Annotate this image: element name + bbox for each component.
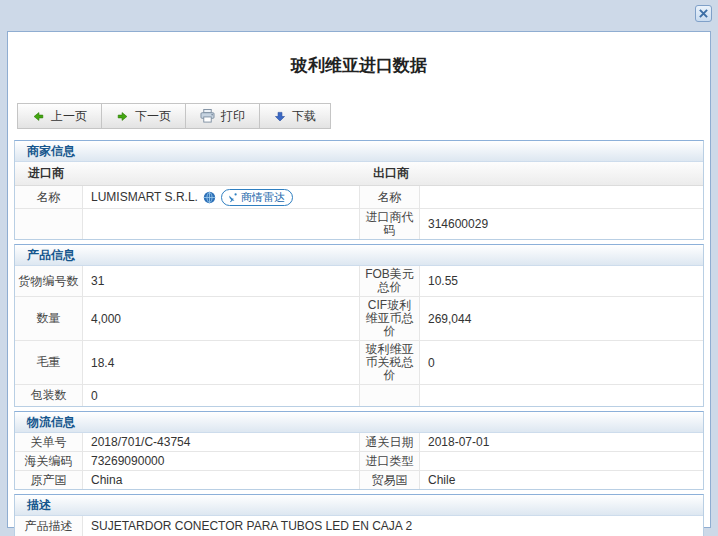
importer-name-value: LUMISMART S.R.L. <box>91 190 198 204</box>
gross-weight-value: 18.4 <box>83 341 360 384</box>
origin-country-label: 原产国 <box>15 471 83 489</box>
prev-page-label: 上一页 <box>51 108 87 125</box>
section-description: 描述 产品描述 SUJETARDOR CONECTOR PARA TUBOS L… <box>14 494 704 536</box>
import-type-value <box>420 452 703 470</box>
table-row: 数量 4,000 CIF玻利维亚币总价 269,044 <box>15 297 703 341</box>
tariff-total-label: 玻利维亚币关税总价 <box>360 341 420 384</box>
table-row: 货物编号数 31 FOB美元总价 10.55 <box>15 266 703 297</box>
exporter-name-label: 名称 <box>360 186 420 208</box>
cif-total-label: CIF玻利维亚币总价 <box>360 297 420 340</box>
table-row: 原产国 China 贸易国 Chile <box>15 471 703 489</box>
clearance-date-label: 通关日期 <box>360 433 420 451</box>
hs-code-label: 海关编码 <box>15 452 83 470</box>
arrow-down-icon <box>274 110 286 123</box>
table-row: 毛重 18.4 玻利维亚币关税总价 0 <box>15 341 703 385</box>
table-row: 进口商代码 314600029 <box>15 209 703 239</box>
detail-panel: 玻利维亚进口数据 上一页 下一页 <box>7 31 711 528</box>
section-logistics: 物流信息 关单号 2018/701/C-43754 通关日期 2018-07-0… <box>14 411 704 490</box>
fob-usd-value: 10.55 <box>420 266 703 296</box>
empty-label <box>15 209 83 239</box>
table-row: 包装数 0 <box>15 385 703 406</box>
next-page-button[interactable]: 下一页 <box>101 103 186 129</box>
merchant-section-header: 商家信息 <box>15 141 703 162</box>
business-radar-badge[interactable]: 商情雷达 <box>221 189 293 206</box>
hs-code-value: 73269090000 <box>83 452 360 470</box>
product-table: 货物编号数 31 FOB美元总价 10.55 数量 4,000 CIF玻利维亚币… <box>15 266 703 406</box>
product-description-value: SUJETARDOR CONECTOR PARA TUBOS LED EN CA… <box>83 516 703 536</box>
gross-weight-label: 毛重 <box>15 341 83 384</box>
importer-code-label: 进口商代码 <box>360 209 420 239</box>
clearance-date-value: 2018-07-01 <box>420 433 703 451</box>
package-count-value: 0 <box>83 385 360 406</box>
section-merchant: 商家信息 进口商 出口商 名称 LUMISMART S.R.L. <box>14 140 704 240</box>
importer-subheader: 进口商 <box>15 162 360 185</box>
tariff-total-value: 0 <box>420 341 703 384</box>
empty-value <box>420 385 703 406</box>
arrow-right-icon <box>116 110 129 123</box>
dialog-frame: 玻利维亚进口数据 上一页 下一页 <box>0 0 718 536</box>
radar-icon <box>227 192 238 203</box>
toolbar: 上一页 下一页 打印 <box>17 103 704 129</box>
customs-doc-label: 关单号 <box>15 433 83 451</box>
download-label: 下载 <box>292 108 316 125</box>
quantity-value: 4,000 <box>83 297 360 340</box>
cargo-count-label: 货物编号数 <box>15 266 83 296</box>
trade-country-value: Chile <box>420 471 703 489</box>
table-row: 关单号 2018/701/C-43754 通关日期 2018-07-01 <box>15 433 703 452</box>
fob-usd-label: FOB美元总价 <box>360 266 420 296</box>
cif-total-value: 269,044 <box>420 297 703 340</box>
import-type-label: 进口类型 <box>360 452 420 470</box>
importer-name-label: 名称 <box>15 186 83 208</box>
origin-country-value: China <box>83 471 360 489</box>
importer-code-value: 314600029 <box>420 209 703 239</box>
logistics-table: 关单号 2018/701/C-43754 通关日期 2018-07-01 海关编… <box>15 433 703 489</box>
close-icon <box>699 9 708 18</box>
cargo-count-value: 31 <box>83 266 360 296</box>
next-page-label: 下一页 <box>135 108 171 125</box>
prev-page-button[interactable]: 上一页 <box>17 103 102 129</box>
customs-doc-value: 2018/701/C-43754 <box>83 433 360 451</box>
description-section-header: 描述 <box>15 495 703 516</box>
print-button[interactable]: 打印 <box>185 103 260 129</box>
empty-label <box>360 385 420 406</box>
product-description-label: 产品描述 <box>15 516 83 536</box>
page-title: 玻利维亚进口数据 <box>14 55 704 77</box>
package-count-label: 包装数 <box>15 385 83 406</box>
section-product: 产品信息 货物编号数 31 FOB美元总价 10.55 数量 4,000 CIF… <box>14 244 704 407</box>
printer-icon <box>200 109 215 123</box>
detail-content: 商家信息 进口商 出口商 名称 LUMISMART S.R.L. <box>14 140 704 536</box>
print-label: 打印 <box>221 108 245 125</box>
exporter-subheader: 出口商 <box>360 162 703 185</box>
globe-icon[interactable] <box>203 191 216 204</box>
table-row: 产品描述 SUJETARDOR CONECTOR PARA TUBOS LED … <box>15 516 703 536</box>
table-row: 海关编码 73269090000 进口类型 <box>15 452 703 471</box>
logistics-section-header: 物流信息 <box>15 412 703 433</box>
arrow-left-icon <box>32 110 45 123</box>
close-button[interactable] <box>695 5 712 22</box>
product-section-header: 产品信息 <box>15 245 703 266</box>
merchant-subheader-row: 进口商 出口商 <box>15 162 703 186</box>
quantity-label: 数量 <box>15 297 83 340</box>
download-button[interactable]: 下载 <box>259 103 331 129</box>
table-row: 名称 LUMISMART S.R.L. <box>15 186 703 209</box>
exporter-name-value <box>420 186 703 208</box>
radar-badge-label: 商情雷达 <box>241 190 285 205</box>
importer-name-cell: LUMISMART S.R.L. <box>83 186 360 208</box>
trade-country-label: 贸易国 <box>360 471 420 489</box>
empty-value <box>83 209 360 239</box>
merchant-table: 名称 LUMISMART S.R.L. <box>15 186 703 239</box>
